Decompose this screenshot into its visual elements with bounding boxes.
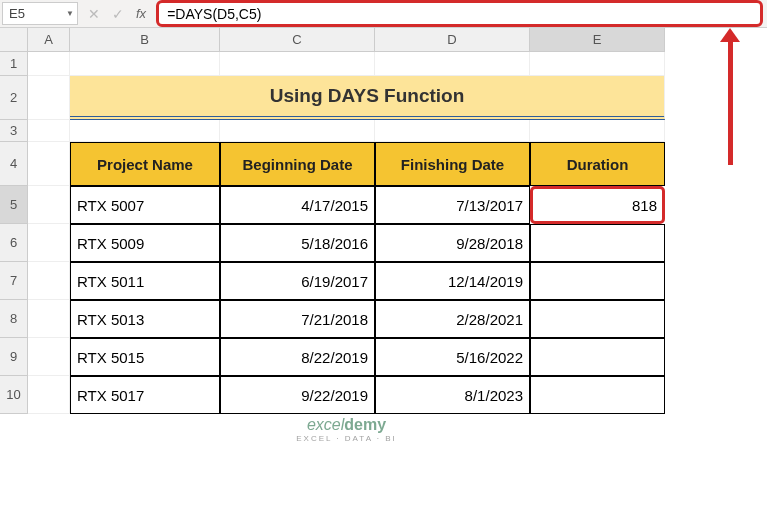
- table-row: RTX 5007 4/17/2015 7/13/2017 818: [28, 186, 665, 224]
- cell-a6[interactable]: [28, 224, 70, 262]
- cell-d9[interactable]: 5/16/2022: [375, 338, 530, 376]
- cell-c6[interactable]: 5/18/2016: [220, 224, 375, 262]
- formula-bar-controls: ✕ ✓ fx: [78, 0, 156, 27]
- col-header-a[interactable]: A: [28, 28, 70, 52]
- check-icon[interactable]: ✓: [106, 6, 130, 22]
- fx-icon[interactable]: fx: [130, 6, 152, 21]
- sheet-area: 1 2 3 4 5 6 7 8 9 10 A B C D E: [0, 28, 767, 507]
- row-header-8[interactable]: 8: [0, 300, 28, 338]
- cell-d5[interactable]: 7/13/2017: [375, 186, 530, 224]
- col-header-d[interactable]: D: [375, 28, 530, 52]
- cell-b5[interactable]: RTX 5007: [70, 186, 220, 224]
- cell-c9[interactable]: 8/22/2019: [220, 338, 375, 376]
- cell-c5[interactable]: 4/17/2015: [220, 186, 375, 224]
- grid: A B C D E Using DAYS Function Projec: [28, 28, 665, 507]
- cell-a7[interactable]: [28, 262, 70, 300]
- table-row: [28, 52, 665, 76]
- cell-d1[interactable]: [375, 52, 530, 76]
- watermark-brand: exceldemy: [296, 416, 397, 434]
- cell-d10[interactable]: 8/1/2023: [375, 376, 530, 414]
- table-row: Project Name Beginning Date Finishing Da…: [28, 142, 665, 186]
- cell-a1[interactable]: [28, 52, 70, 76]
- cell-b8[interactable]: RTX 5013: [70, 300, 220, 338]
- watermark: exceldemy EXCEL · DATA · BI: [284, 412, 409, 447]
- row-header-10[interactable]: 10: [0, 376, 28, 414]
- formula-input[interactable]: =DAYS(D5,C5): [156, 0, 763, 27]
- cell-e6[interactable]: [530, 224, 665, 262]
- col-header-e[interactable]: E: [530, 28, 665, 52]
- cell-c8[interactable]: 7/21/2018: [220, 300, 375, 338]
- table-row: RTX 5017 9/22/2019 8/1/2023: [28, 376, 665, 414]
- cell-d3[interactable]: [375, 120, 530, 142]
- sheet-title[interactable]: Using DAYS Function: [70, 76, 665, 120]
- column-headers: A B C D E: [28, 28, 665, 52]
- cell-a8[interactable]: [28, 300, 70, 338]
- header-finish[interactable]: Finishing Date: [375, 142, 530, 186]
- cell-b9[interactable]: RTX 5015: [70, 338, 220, 376]
- watermark-tag: EXCEL · DATA · BI: [296, 434, 397, 443]
- table-row: RTX 5013 7/21/2018 2/28/2021: [28, 300, 665, 338]
- name-box-value: E5: [9, 6, 25, 21]
- row-header-3[interactable]: 3: [0, 120, 28, 142]
- cell-b1[interactable]: [70, 52, 220, 76]
- left-col: 1 2 3 4 5 6 7 8 9 10: [0, 28, 28, 507]
- cell-b6[interactable]: RTX 5009: [70, 224, 220, 262]
- row-header-5[interactable]: 5: [0, 186, 28, 224]
- row-header-9[interactable]: 9: [0, 338, 28, 376]
- cell-a10[interactable]: [28, 376, 70, 414]
- cell-e9[interactable]: [530, 338, 665, 376]
- cell-b10[interactable]: RTX 5017: [70, 376, 220, 414]
- cell-e5[interactable]: 818: [530, 186, 665, 224]
- callout-arrow-icon: [720, 28, 740, 42]
- col-header-c[interactable]: C: [220, 28, 375, 52]
- cell-b3[interactable]: [70, 120, 220, 142]
- cell-a3[interactable]: [28, 120, 70, 142]
- table-row: RTX 5011 6/19/2017 12/14/2019: [28, 262, 665, 300]
- name-box[interactable]: E5 ▼: [2, 2, 78, 25]
- cell-a4[interactable]: [28, 142, 70, 186]
- header-duration[interactable]: Duration: [530, 142, 665, 186]
- row-headers: 1 2 3 4 5 6 7 8 9 10: [0, 52, 28, 414]
- table-row: RTX 5009 5/18/2016 9/28/2018: [28, 224, 665, 262]
- formula-bar: E5 ▼ ✕ ✓ fx =DAYS(D5,C5): [0, 0, 767, 28]
- cell-e10[interactable]: [530, 376, 665, 414]
- header-project[interactable]: Project Name: [70, 142, 220, 186]
- table-row: RTX 5015 8/22/2019 5/16/2022: [28, 338, 665, 376]
- formula-text: =DAYS(D5,C5): [167, 6, 261, 22]
- row-header-2[interactable]: 2: [0, 76, 28, 120]
- cell-e7[interactable]: [530, 262, 665, 300]
- cell-a9[interactable]: [28, 338, 70, 376]
- cell-d6[interactable]: 9/28/2018: [375, 224, 530, 262]
- cell-a2[interactable]: [28, 76, 70, 120]
- cell-e3[interactable]: [530, 120, 665, 142]
- cell-e8[interactable]: [530, 300, 665, 338]
- cell-c7[interactable]: 6/19/2017: [220, 262, 375, 300]
- cell-c1[interactable]: [220, 52, 375, 76]
- cell-d7[interactable]: 12/14/2019: [375, 262, 530, 300]
- cell-b7[interactable]: RTX 5011: [70, 262, 220, 300]
- table-row: [28, 120, 665, 142]
- header-begin[interactable]: Beginning Date: [220, 142, 375, 186]
- table-row: Using DAYS Function: [28, 76, 665, 120]
- row-header-6[interactable]: 6: [0, 224, 28, 262]
- cell-e1[interactable]: [530, 52, 665, 76]
- callout-line: [728, 41, 733, 165]
- cell-c10[interactable]: 9/22/2019: [220, 376, 375, 414]
- row-header-1[interactable]: 1: [0, 52, 28, 76]
- cell-c3[interactable]: [220, 120, 375, 142]
- chevron-down-icon[interactable]: ▼: [66, 9, 74, 18]
- cancel-icon[interactable]: ✕: [82, 6, 106, 22]
- select-all-corner[interactable]: [0, 28, 28, 52]
- cell-a5[interactable]: [28, 186, 70, 224]
- cell-d8[interactable]: 2/28/2021: [375, 300, 530, 338]
- row-header-4[interactable]: 4: [0, 142, 28, 186]
- col-header-b[interactable]: B: [70, 28, 220, 52]
- row-header-7[interactable]: 7: [0, 262, 28, 300]
